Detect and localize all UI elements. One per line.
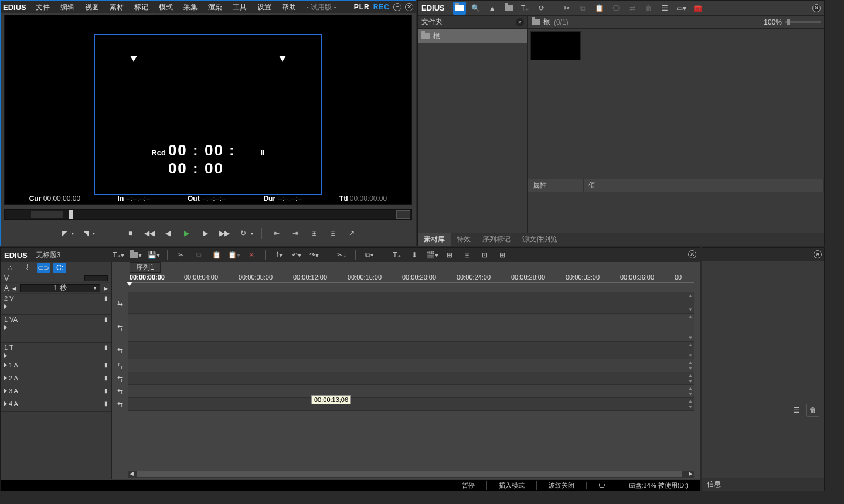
h-scrollbar[interactable]: ◀ ▶ [128, 471, 694, 478]
tracks-area[interactable]: ▲ ▼▲ ▼▲ ▼▲ ▼▲ ▼▲ ▼▲ ▼ [112, 292, 700, 479]
track-down-icon[interactable]: ▼ [688, 379, 693, 384]
cut-button[interactable]: ✂ [560, 2, 573, 15]
open-folder-button[interactable] [502, 2, 515, 15]
menu-marker[interactable]: 标记 [130, 1, 153, 13]
timeline-close-button[interactable]: ✕ [688, 250, 696, 258]
track-sync-button[interactable] [112, 385, 128, 398]
track-lane[interactable]: ▲ ▼ [128, 372, 694, 385]
prev-frame-button[interactable]: ◀ [162, 227, 175, 240]
save-button[interactable]: 💾▾ [147, 248, 160, 261]
menu-mode[interactable]: 模式 [154, 1, 178, 13]
info-list-button[interactable]: ☰ [790, 404, 803, 417]
track-lane[interactable]: ▲ ▼ [128, 385, 694, 398]
mode-c-button[interactable]: C: [53, 263, 66, 273]
track-lock-icon[interactable]: ▮ [104, 374, 108, 381]
clip-thumbnail[interactable] [530, 31, 581, 60]
open-button[interactable]: ▾ [130, 248, 142, 261]
tl-cut-button[interactable]: ✂ [175, 248, 188, 261]
track-sync-button[interactable] [112, 342, 128, 359]
track-down-icon[interactable]: ▼ [688, 307, 693, 312]
add-title-button[interactable]: T₊ [519, 2, 532, 15]
menu-settings[interactable]: 设置 [253, 1, 276, 13]
set-in-button[interactable]: ◤ [59, 227, 72, 240]
menu-capture[interactable]: 采集 [179, 1, 202, 13]
resize-grip[interactable] [755, 397, 771, 399]
track-lock-icon[interactable]: ▮ [104, 387, 108, 394]
track-down-icon[interactable]: ▼ [688, 366, 693, 371]
overwrite-button[interactable]: ⊟ [326, 227, 339, 240]
track-header[interactable]: 2 A ▮ [1, 373, 111, 386]
folder-root[interactable]: 根 [418, 29, 528, 43]
track-up-icon[interactable]: ▲ [688, 386, 693, 391]
rewind-button[interactable]: ◀◀ [143, 227, 156, 240]
title-button[interactable]: T₊ [390, 248, 403, 261]
mode-plr[interactable]: PLR [354, 3, 370, 11]
mode-rec[interactable]: REC [373, 3, 390, 11]
track-up-icon[interactable]: ▲ [688, 293, 693, 298]
effects-button[interactable]: 🎬▾ [426, 248, 438, 261]
mode-normal-button[interactable]: ∴ [4, 263, 17, 273]
menu-clip[interactable]: 素材 [105, 1, 128, 13]
layout3-button[interactable]: ⊡ [478, 248, 491, 261]
col-value[interactable]: 值 [584, 179, 634, 192]
layout4-button[interactable]: ⊞ [496, 248, 509, 261]
loop-button[interactable]: ↻ [237, 227, 250, 240]
paste-button[interactable]: 📋 [593, 2, 606, 15]
track-sync-button[interactable] [112, 372, 128, 385]
track-up-icon[interactable]: ▲ [688, 314, 693, 319]
track-up-icon[interactable]: ▲ [688, 373, 693, 378]
tools-button[interactable]: 🧰 [692, 2, 705, 15]
track-sync-button[interactable] [112, 314, 128, 342]
layout2-button[interactable]: ⊟ [461, 248, 474, 261]
track-lock-icon[interactable]: ▮ [104, 295, 108, 301]
track-header[interactable]: 2 V ▮ [1, 294, 111, 315]
menu-edit[interactable]: 编辑 [56, 1, 79, 13]
export-button[interactable]: ↗ [345, 227, 358, 240]
col-property[interactable]: 属性 [528, 179, 584, 192]
track-sync-button[interactable] [112, 292, 128, 314]
prev-edit-button[interactable]: ⇤ [270, 227, 283, 240]
tl-delete-button[interactable]: ✕ [245, 248, 258, 261]
menu-render[interactable]: 渲染 [203, 1, 227, 13]
track-header[interactable]: 3 A ▮ [1, 386, 111, 399]
list-button[interactable]: ☰ [659, 2, 672, 15]
insert-button[interactable]: ⊞ [308, 227, 321, 240]
mode-trim-button[interactable]: ⸾ [21, 263, 33, 273]
track-down-icon[interactable]: ▼ [688, 353, 693, 358]
track-up-icon[interactable]: ▲ [688, 399, 693, 404]
track-lock-icon[interactable]: ▮ [104, 362, 108, 368]
track-lock-icon[interactable]: ▮ [104, 344, 108, 350]
tl-paste-button[interactable]: 📋 [210, 248, 223, 261]
track-header[interactable]: 4 A ▮ [1, 399, 111, 412]
tab-source-browser[interactable]: 源文件浏览 [516, 233, 563, 246]
track-header[interactable]: 1 VA ▮ [1, 315, 111, 343]
layout1-button[interactable]: ⊞ [443, 248, 456, 261]
folder-view-button[interactable] [453, 2, 466, 15]
info-delete-button[interactable]: 🗑 [806, 404, 819, 417]
scrub-thumb[interactable] [69, 210, 73, 219]
new-clip-button[interactable]: ⟳ [535, 2, 548, 15]
play-button[interactable]: ▶ [181, 227, 193, 240]
tl-copy-button[interactable]: ⧉ [192, 248, 205, 261]
menu-tools[interactable]: 工具 [228, 1, 251, 13]
info-close-button[interactable]: ✕ [814, 250, 822, 258]
track-lane[interactable]: ▲ ▼ [128, 314, 694, 342]
minimize-button[interactable]: − [393, 3, 401, 11]
viewer[interactable]: Rcd 00 : 00 : 00 : 00 II Cur 00:00:00:00… [4, 15, 412, 205]
track-up-icon[interactable]: ▲ [688, 360, 693, 365]
ruler[interactable]: 00:00:00:0000:00:04:0000:00:08:0000:00:1… [130, 274, 694, 291]
path-root[interactable]: 根 [543, 17, 550, 27]
bin-close-button[interactable]: ✕ [812, 4, 821, 12]
tab-effects[interactable]: 特效 [451, 233, 477, 246]
close-button[interactable]: ✕ [405, 3, 413, 11]
track-lane[interactable]: ▲ ▼ [128, 342, 694, 359]
delete-button[interactable]: 🗑 [642, 2, 655, 15]
next-edit-button[interactable]: ⇥ [289, 227, 302, 240]
thumbnail-area[interactable] [528, 29, 824, 106]
up-button[interactable]: ▲ [486, 2, 499, 15]
view-mode-button[interactable]: ▭▾ [675, 2, 688, 15]
timescale-selector[interactable]: 1 秒▼ [20, 284, 100, 292]
link-button[interactable]: ⇄ [626, 2, 639, 15]
undo-button[interactable]: ↶▾ [290, 248, 303, 261]
sequence-tab[interactable]: 序列1 [130, 262, 161, 273]
